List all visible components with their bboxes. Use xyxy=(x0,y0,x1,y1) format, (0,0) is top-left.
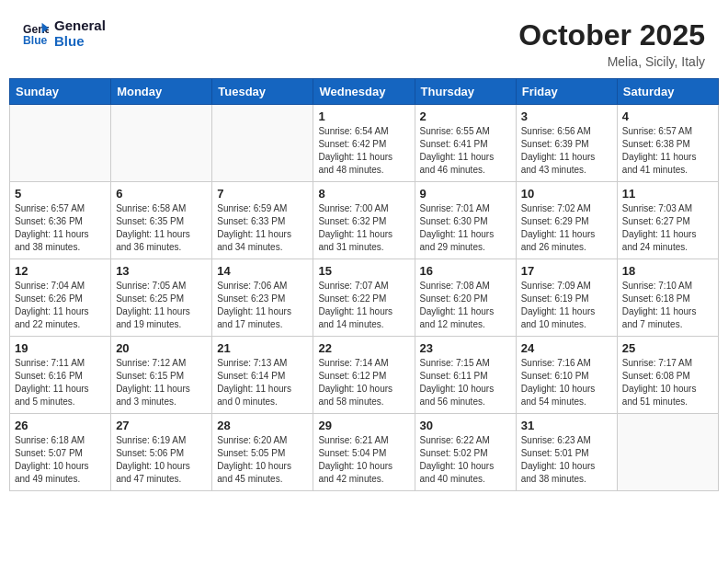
day-number: 13 xyxy=(116,264,207,278)
day-number: 6 xyxy=(116,187,207,201)
calendar-cell xyxy=(111,105,212,182)
calendar-cell: 1Sunrise: 6:54 AM Sunset: 6:42 PM Daylig… xyxy=(313,105,415,182)
calendar-week-row: 1Sunrise: 6:54 AM Sunset: 6:42 PM Daylig… xyxy=(10,105,719,182)
calendar-cell: 28Sunrise: 6:20 AM Sunset: 5:05 PM Dayli… xyxy=(212,414,313,491)
day-info: Sunrise: 7:12 AM Sunset: 6:15 PM Dayligh… xyxy=(116,357,207,408)
day-info: Sunrise: 7:11 AM Sunset: 6:16 PM Dayligh… xyxy=(15,357,106,408)
svg-text:Blue: Blue xyxy=(23,34,48,47)
month-title-block: October 2025 Melia, Sicily, Italy xyxy=(518,18,705,69)
header-monday: Monday xyxy=(111,79,212,105)
day-info: Sunrise: 7:13 AM Sunset: 6:14 PM Dayligh… xyxy=(217,357,308,408)
day-info: Sunrise: 6:58 AM Sunset: 6:35 PM Dayligh… xyxy=(116,202,207,254)
calendar-cell: 24Sunrise: 7:16 AM Sunset: 6:10 PM Dayli… xyxy=(516,337,617,414)
header-wednesday: Wednesday xyxy=(313,79,415,105)
day-info: Sunrise: 7:08 AM Sunset: 6:20 PM Dayligh… xyxy=(420,280,511,331)
header-saturday: Saturday xyxy=(617,79,718,105)
location-title: Melia, Sicily, Italy xyxy=(518,54,705,69)
day-number: 31 xyxy=(521,419,612,432)
day-info: Sunrise: 7:04 AM Sunset: 6:26 PM Dayligh… xyxy=(15,280,106,331)
page-header: General Blue General Blue October 2025 M… xyxy=(9,9,719,74)
header-tuesday: Tuesday xyxy=(212,79,313,105)
day-number: 27 xyxy=(116,419,207,432)
day-info: Sunrise: 6:21 AM Sunset: 5:04 PM Dayligh… xyxy=(318,434,409,486)
calendar-cell: 15Sunrise: 7:07 AM Sunset: 6:22 PM Dayli… xyxy=(313,259,415,337)
day-number: 25 xyxy=(622,341,713,355)
day-number: 29 xyxy=(318,419,409,432)
day-number: 12 xyxy=(15,264,106,278)
calendar-cell: 20Sunrise: 7:12 AM Sunset: 6:15 PM Dayli… xyxy=(111,337,212,414)
day-info: Sunrise: 7:06 AM Sunset: 6:23 PM Dayligh… xyxy=(217,280,308,331)
day-info: Sunrise: 7:14 AM Sunset: 6:12 PM Dayligh… xyxy=(318,357,409,408)
calendar-cell: 7Sunrise: 6:59 AM Sunset: 6:33 PM Daylig… xyxy=(212,182,313,259)
calendar-cell: 9Sunrise: 7:01 AM Sunset: 6:30 PM Daylig… xyxy=(415,182,516,259)
day-info: Sunrise: 6:55 AM Sunset: 6:41 PM Dayligh… xyxy=(420,125,511,177)
day-info: Sunrise: 6:18 AM Sunset: 5:07 PM Dayligh… xyxy=(15,434,106,486)
day-info: Sunrise: 6:19 AM Sunset: 5:06 PM Dayligh… xyxy=(116,434,207,486)
calendar-cell xyxy=(617,414,718,491)
calendar-cell: 2Sunrise: 6:55 AM Sunset: 6:41 PM Daylig… xyxy=(415,105,516,182)
day-info: Sunrise: 6:59 AM Sunset: 6:33 PM Dayligh… xyxy=(217,202,308,254)
calendar-cell: 11Sunrise: 7:03 AM Sunset: 6:27 PM Dayli… xyxy=(617,182,718,259)
logo-icon: General Blue xyxy=(23,21,49,47)
header-friday: Friday xyxy=(516,79,617,105)
day-number: 24 xyxy=(521,341,612,355)
day-number: 3 xyxy=(521,109,612,123)
calendar-cell: 3Sunrise: 6:56 AM Sunset: 6:39 PM Daylig… xyxy=(516,105,617,182)
day-info: Sunrise: 6:57 AM Sunset: 6:38 PM Dayligh… xyxy=(622,125,713,177)
day-number: 22 xyxy=(318,341,409,355)
logo-line2: Blue xyxy=(54,34,106,50)
logo-line1: General xyxy=(54,18,106,34)
header-sunday: Sunday xyxy=(10,79,111,105)
calendar-week-row: 26Sunrise: 6:18 AM Sunset: 5:07 PM Dayli… xyxy=(10,414,719,491)
day-info: Sunrise: 7:00 AM Sunset: 6:32 PM Dayligh… xyxy=(318,202,409,254)
day-info: Sunrise: 6:54 AM Sunset: 6:42 PM Dayligh… xyxy=(318,125,409,177)
day-info: Sunrise: 7:15 AM Sunset: 6:11 PM Dayligh… xyxy=(420,357,511,408)
calendar-cell xyxy=(10,105,111,182)
day-number: 23 xyxy=(420,341,511,355)
calendar-cell: 12Sunrise: 7:04 AM Sunset: 6:26 PM Dayli… xyxy=(10,259,111,337)
calendar-cell: 27Sunrise: 6:19 AM Sunset: 5:06 PM Dayli… xyxy=(111,414,212,491)
calendar-week-row: 12Sunrise: 7:04 AM Sunset: 6:26 PM Dayli… xyxy=(10,259,719,337)
day-info: Sunrise: 6:57 AM Sunset: 6:36 PM Dayligh… xyxy=(15,202,106,254)
day-number: 7 xyxy=(217,187,308,201)
header-thursday: Thursday xyxy=(415,79,516,105)
day-number: 11 xyxy=(622,187,713,201)
calendar-cell: 30Sunrise: 6:22 AM Sunset: 5:02 PM Dayli… xyxy=(415,414,516,491)
calendar-cell: 23Sunrise: 7:15 AM Sunset: 6:11 PM Dayli… xyxy=(415,337,516,414)
calendar-cell: 31Sunrise: 6:23 AM Sunset: 5:01 PM Dayli… xyxy=(516,414,617,491)
day-info: Sunrise: 7:07 AM Sunset: 6:22 PM Dayligh… xyxy=(318,280,409,331)
day-number: 4 xyxy=(622,109,713,123)
calendar-cell: 22Sunrise: 7:14 AM Sunset: 6:12 PM Dayli… xyxy=(313,337,415,414)
day-number: 26 xyxy=(15,419,106,432)
day-number: 10 xyxy=(521,187,612,201)
day-number: 8 xyxy=(318,187,409,201)
day-number: 14 xyxy=(217,264,308,278)
calendar-cell: 8Sunrise: 7:00 AM Sunset: 6:32 PM Daylig… xyxy=(313,182,415,259)
day-number: 15 xyxy=(318,264,409,278)
day-number: 30 xyxy=(420,419,511,432)
day-number: 9 xyxy=(420,187,511,201)
calendar-cell: 6Sunrise: 6:58 AM Sunset: 6:35 PM Daylig… xyxy=(111,182,212,259)
calendar-week-row: 19Sunrise: 7:11 AM Sunset: 6:16 PM Dayli… xyxy=(10,337,719,414)
calendar-cell: 17Sunrise: 7:09 AM Sunset: 6:19 PM Dayli… xyxy=(516,259,617,337)
calendar-cell: 21Sunrise: 7:13 AM Sunset: 6:14 PM Dayli… xyxy=(212,337,313,414)
day-number: 28 xyxy=(217,419,308,432)
calendar-cell: 26Sunrise: 6:18 AM Sunset: 5:07 PM Dayli… xyxy=(10,414,111,491)
day-info: Sunrise: 6:20 AM Sunset: 5:05 PM Dayligh… xyxy=(217,434,308,486)
calendar-table: SundayMondayTuesdayWednesdayThursdayFrid… xyxy=(9,78,719,491)
day-number: 21 xyxy=(217,341,308,355)
day-info: Sunrise: 7:03 AM Sunset: 6:27 PM Dayligh… xyxy=(622,202,713,254)
day-info: Sunrise: 6:22 AM Sunset: 5:02 PM Dayligh… xyxy=(420,434,511,486)
calendar-cell: 25Sunrise: 7:17 AM Sunset: 6:08 PM Dayli… xyxy=(617,337,718,414)
day-number: 5 xyxy=(15,187,106,201)
day-number: 17 xyxy=(521,264,612,278)
calendar-cell: 5Sunrise: 6:57 AM Sunset: 6:36 PM Daylig… xyxy=(10,182,111,259)
day-number: 16 xyxy=(420,264,511,278)
day-info: Sunrise: 7:05 AM Sunset: 6:25 PM Dayligh… xyxy=(116,280,207,331)
day-number: 19 xyxy=(15,341,106,355)
day-info: Sunrise: 7:16 AM Sunset: 6:10 PM Dayligh… xyxy=(521,357,612,408)
calendar-cell: 13Sunrise: 7:05 AM Sunset: 6:25 PM Dayli… xyxy=(111,259,212,337)
calendar-cell: 10Sunrise: 7:02 AM Sunset: 6:29 PM Dayli… xyxy=(516,182,617,259)
day-info: Sunrise: 7:09 AM Sunset: 6:19 PM Dayligh… xyxy=(521,280,612,331)
logo: General Blue General Blue xyxy=(23,18,106,49)
